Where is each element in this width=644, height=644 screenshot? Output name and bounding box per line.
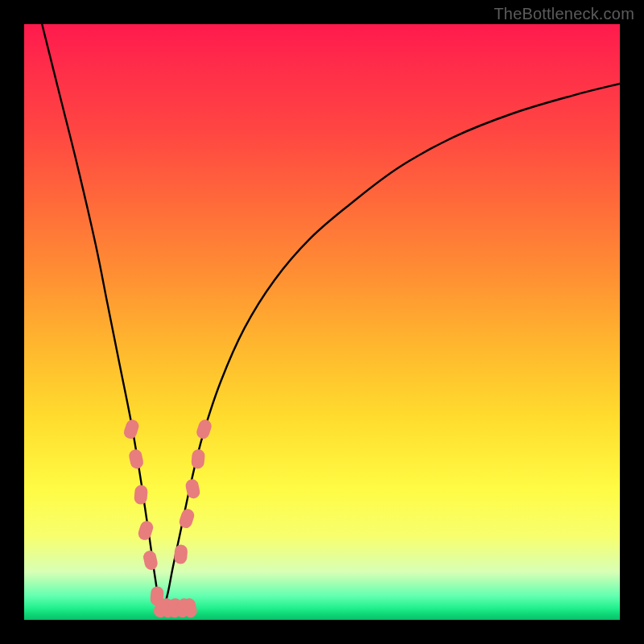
highlight-marker bbox=[184, 478, 201, 500]
highlight-marker bbox=[128, 448, 145, 470]
highlight-marker bbox=[191, 449, 205, 469]
highlight-marker bbox=[174, 544, 188, 564]
watermark-text: TheBottleneck.com bbox=[493, 5, 634, 23]
plot-area bbox=[24, 24, 620, 620]
highlight-marker bbox=[195, 418, 213, 440]
chart-svg bbox=[24, 24, 620, 620]
highlight-marker bbox=[142, 550, 159, 572]
highlight-marker bbox=[178, 507, 196, 530]
outer-frame: TheBottleneck.com bbox=[0, 0, 644, 644]
bottleneck-curve bbox=[42, 24, 620, 612]
curve-layer bbox=[42, 24, 620, 612]
highlight-marker bbox=[122, 418, 141, 440]
highlight-marker bbox=[134, 485, 148, 505]
highlight-marker bbox=[137, 519, 155, 542]
